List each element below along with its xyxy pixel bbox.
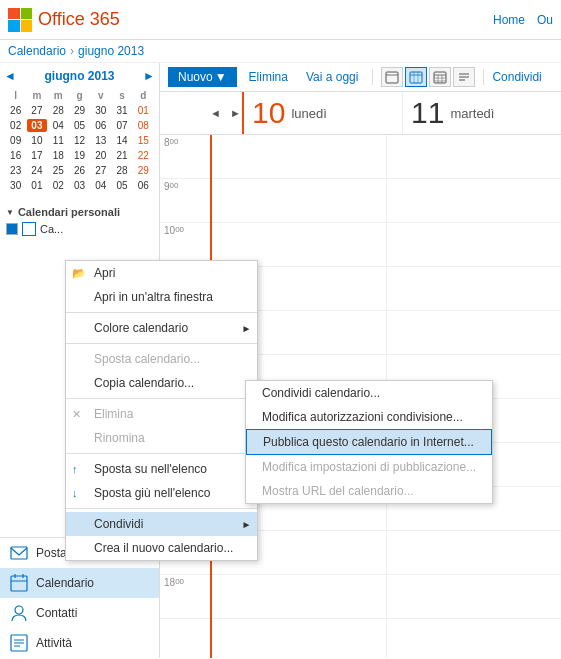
nav-next-week[interactable]: ►	[230, 92, 242, 134]
week-view-icon[interactable]	[405, 67, 427, 87]
ctx-sposta-giu-icon: ↓	[72, 487, 78, 499]
mini-cal-day-3-2[interactable]: 18	[49, 149, 68, 162]
monday-cell-8[interactable]	[212, 135, 386, 179]
agenda-view-icon[interactable]	[453, 67, 475, 87]
tuesday-cell-8[interactable]	[387, 135, 561, 179]
svg-rect-1	[11, 576, 27, 591]
mini-cal-day-4-0[interactable]: 23	[6, 164, 25, 177]
ctx-apri-altra[interactable]: Apri in un'altra finestra	[66, 285, 257, 309]
sub-modifica-auth[interactable]: Modifica autorizzazioni condivisione...	[246, 405, 492, 429]
time-label-8: 800	[160, 135, 210, 179]
ctx-apri-icon: 📂	[72, 267, 86, 280]
ou-link[interactable]: Ou	[537, 13, 553, 27]
nav-prev-week[interactable]: ◄	[210, 92, 230, 134]
mini-cal-day-0-3[interactable]: 29	[70, 104, 89, 117]
mini-cal-day-5-4[interactable]: 04	[91, 179, 110, 192]
mini-cal-day-1-1[interactable]: 03	[27, 119, 46, 132]
mini-cal-day-5-0[interactable]: 30	[6, 179, 25, 192]
mini-cal-day-1-4[interactable]: 06	[91, 119, 110, 132]
mini-cal-day-0-5[interactable]: 31	[112, 104, 131, 117]
mini-cal-day-0-1[interactable]: 27	[27, 104, 46, 117]
mini-cal-day-2-5[interactable]: 14	[112, 134, 131, 147]
share-button[interactable]: Condividi	[492, 70, 541, 84]
mini-cal-day-5-1[interactable]: 01	[27, 179, 46, 192]
home-link[interactable]: Home	[493, 13, 525, 27]
today-button[interactable]: Vai a oggi	[300, 67, 364, 87]
mini-cal-day-4-1[interactable]: 24	[27, 164, 46, 177]
mini-cal-day-4-3[interactable]: 26	[70, 164, 89, 177]
mini-cal-day-4-4[interactable]: 27	[91, 164, 110, 177]
mini-cal-day-5-5[interactable]: 05	[112, 179, 131, 192]
sub-pubblica[interactable]: Pubblica questo calendario in Internet..…	[246, 429, 492, 455]
nav-posta-label: Posta	[36, 546, 67, 560]
mini-cal-day-3-5[interactable]: 21	[112, 149, 131, 162]
ctx-sposta-su[interactable]: ↑ Sposta su nell'elenco	[66, 457, 257, 481]
ctx-copia[interactable]: Copia calendario...	[66, 371, 257, 395]
new-button[interactable]: Nuovo ▼	[168, 67, 237, 87]
mini-cal-next[interactable]: ►	[143, 69, 155, 83]
ctx-sep1	[66, 312, 257, 313]
mini-cal-day-0-6[interactable]: 01	[134, 104, 153, 117]
weekday-l: l	[6, 89, 25, 102]
tuesday-cell-17[interactable]	[387, 531, 561, 575]
ctx-crea-nuovo[interactable]: Crea il nuovo calendario...	[66, 536, 257, 560]
nav-calendario[interactable]: Calendario	[0, 568, 159, 598]
monday-cell-9[interactable]	[212, 179, 386, 223]
mini-cal-day-2-6[interactable]: 15	[134, 134, 153, 147]
mini-cal-day-2-2[interactable]: 11	[49, 134, 68, 147]
monday-cell-18[interactable]	[212, 575, 386, 619]
date-num-monday: 10	[252, 96, 285, 130]
header-nav: Home Ou	[493, 13, 553, 27]
mini-cal-day-3-0[interactable]: 16	[6, 149, 25, 162]
mini-cal-day-1-6[interactable]: 08	[134, 119, 153, 132]
mini-cal-day-2-3[interactable]: 12	[70, 134, 89, 147]
mini-cal-day-3-1[interactable]: 17	[27, 149, 46, 162]
mini-cal-day-5-6[interactable]: 06	[134, 179, 153, 192]
calendar-name[interactable]: Ca...	[40, 223, 63, 235]
nav-calendario-label: Calendario	[36, 576, 94, 590]
mini-cal-day-3-3[interactable]: 19	[70, 149, 89, 162]
nav-attivita[interactable]: Attività	[0, 628, 159, 658]
calendar-item: Ca...	[0, 220, 159, 238]
mini-cal-day-3-4[interactable]: 20	[91, 149, 110, 162]
nav-contatti-label: Contatti	[36, 606, 77, 620]
mini-cal-day-1-0[interactable]: 02	[6, 119, 25, 132]
tuesday-cell-10[interactable]	[387, 223, 561, 267]
mini-cal-day-1-5[interactable]: 07	[112, 119, 131, 132]
ctx-colore[interactable]: Colore calendario ►	[66, 316, 257, 340]
delete-button[interactable]: Elimina	[243, 67, 294, 87]
mini-cal-day-2-4[interactable]: 13	[91, 134, 110, 147]
context-menu: 📂 Apri Apri in un'altra finestra Colore …	[65, 260, 258, 561]
date-header-tuesday: 11 martedì	[402, 92, 561, 134]
mini-cal-day-2-0[interactable]: 09	[6, 134, 25, 147]
tuesday-cell-12[interactable]	[387, 311, 561, 355]
mini-cal-day-5-2[interactable]: 02	[49, 179, 68, 192]
mini-cal-day-0-0[interactable]: 26	[6, 104, 25, 117]
calendar-checkbox[interactable]	[6, 223, 18, 235]
weekday-m2: m	[49, 89, 68, 102]
ctx-elimina: ✕ Elimina	[66, 402, 257, 426]
view-icons	[381, 67, 475, 87]
mini-cal-day-0-4[interactable]: 30	[91, 104, 110, 117]
mini-cal-day-4-5[interactable]: 28	[112, 164, 131, 177]
month-view-icon[interactable]	[429, 67, 451, 87]
nav-contatti[interactable]: Contatti	[0, 598, 159, 628]
ctx-condividi[interactable]: Condividi ►	[66, 512, 257, 536]
mini-cal-day-1-3[interactable]: 05	[70, 119, 89, 132]
sub-condividi-cal[interactable]: Condividi calendario...	[246, 381, 492, 405]
ctx-sposta-giu[interactable]: ↓ Sposta giù nell'elenco	[66, 481, 257, 505]
tuesday-cell-9[interactable]	[387, 179, 561, 223]
day-view-icon[interactable]	[381, 67, 403, 87]
mini-cal-day-1-2[interactable]: 04	[49, 119, 68, 132]
mini-cal-day-5-3[interactable]: 03	[70, 179, 89, 192]
mini-cal-prev[interactable]: ◄	[4, 69, 16, 83]
mini-cal-day-3-6[interactable]: 22	[134, 149, 153, 162]
ctx-apri[interactable]: 📂 Apri	[66, 261, 257, 285]
mini-cal-day-0-2[interactable]: 28	[49, 104, 68, 117]
mini-cal-day-4-2[interactable]: 25	[49, 164, 68, 177]
breadcrumb-calendari[interactable]: Calendario	[8, 44, 66, 58]
tuesday-cell-11[interactable]	[387, 267, 561, 311]
tuesday-cell-18[interactable]	[387, 575, 561, 619]
mini-cal-day-2-1[interactable]: 10	[27, 134, 46, 147]
mini-cal-day-4-6[interactable]: 29	[134, 164, 153, 177]
